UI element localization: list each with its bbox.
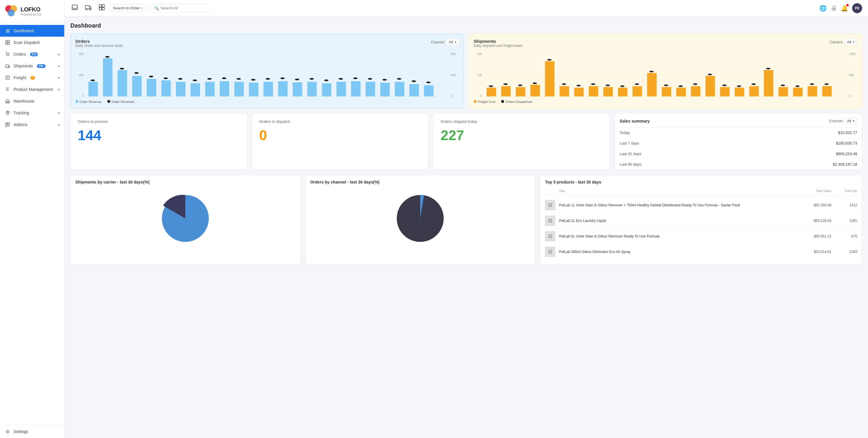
product-sales: $53,014.81 xyxy=(802,250,831,254)
sidebar-item-addons[interactable]: Addons ▾ xyxy=(0,119,64,130)
orders-chart-subtitle: Daily Order and revenue totals xyxy=(75,44,123,48)
sales-channel-label: Channel: xyxy=(829,119,843,123)
svg-point-126 xyxy=(810,83,814,85)
chevron-down-icon: ▾ xyxy=(58,53,60,56)
svg-rect-87 xyxy=(589,86,598,96)
sidebar-item-label: Tracking xyxy=(13,111,29,115)
sales-summary-card: Sales summary Channel: All ▾ Today $15,9… xyxy=(615,113,862,170)
notification-icon[interactable]: 🔔 xyxy=(841,5,848,12)
legend-freight-cost: Freight Cost xyxy=(473,100,495,103)
product-sales: $56,551.12 xyxy=(802,234,831,238)
sales-row-today: Today $15,932.77 xyxy=(615,128,862,138)
sales-channel-value: All xyxy=(847,119,851,123)
svg-point-7 xyxy=(7,55,7,56)
top5-products-card: Top 5 products - last 30 days Title Tota… xyxy=(540,175,862,265)
inbox-icon[interactable] xyxy=(70,3,79,13)
svg-rect-91 xyxy=(647,73,657,96)
sales-summary-header: Sales summary Channel: All ▾ xyxy=(615,114,862,128)
svg-point-104 xyxy=(489,85,493,87)
svg-point-53 xyxy=(91,80,95,81)
col-qty-label: Total Qty xyxy=(834,189,857,193)
svg-point-2 xyxy=(8,9,15,17)
sidebar-item-shipments[interactable]: Shipments 28K ▾ xyxy=(0,60,64,72)
avatar[interactable]: PE xyxy=(852,3,862,13)
addons-icon xyxy=(5,122,10,128)
sales-channel-dropdown[interactable]: All ▾ xyxy=(844,118,857,124)
logo-sub-text: Powered by EIZ xyxy=(21,13,41,16)
sidebar-item-label: Warehouse xyxy=(13,99,34,103)
channel-selector[interactable]: Channel: All ▾ xyxy=(431,39,459,45)
svg-point-58 xyxy=(164,77,168,79)
svg-point-59 xyxy=(178,78,182,80)
carriers-selector[interactable]: Carriers: All ▾ xyxy=(830,39,857,45)
stats-row: Orders to process 144 Orders to dispatch… xyxy=(70,113,862,170)
svg-rect-6 xyxy=(8,43,10,44)
svg-rect-80 xyxy=(487,88,496,96)
sales-channel-selector[interactable]: Channel: All ▾ xyxy=(829,118,857,124)
sales-row-90days: Last 90 days $2,456,197.18 xyxy=(615,159,862,170)
product-thumbnail: 🖼 xyxy=(545,216,555,226)
settings-section[interactable]: ⚙ Settings xyxy=(0,425,64,438)
sidebar-item-warehouse[interactable]: Warehouse xyxy=(0,95,64,107)
search-all-input[interactable] xyxy=(161,6,204,10)
channel-dropdown[interactable]: All ▾ xyxy=(446,39,459,45)
sidebar-item-tracking[interactable]: Tracking ▾ xyxy=(0,107,64,119)
sidebar-item-orders[interactable]: Orders 253 ▾ xyxy=(0,49,64,60)
shipments-badge: 28K xyxy=(37,64,45,68)
svg-point-63 xyxy=(237,78,241,80)
search-all-box[interactable]: 🔍 xyxy=(150,4,208,12)
search-order-dropdown[interactable]: Search in Order ▾ xyxy=(110,4,146,12)
svg-point-106 xyxy=(518,85,522,86)
sidebar-item-scan-dispatch[interactable]: Scan Dispatch xyxy=(0,37,64,49)
main-area: Search in Order ▾ 🔍 🌐 🖨 🔔 PE Dashboard xyxy=(64,0,868,438)
svg-rect-44 xyxy=(307,82,317,96)
sidebar-item-settings[interactable]: ⚙ Settings xyxy=(5,429,60,435)
svg-rect-29 xyxy=(88,82,98,96)
orders-icon xyxy=(5,51,10,57)
svg-point-124 xyxy=(781,85,785,86)
shipments-chart-area xyxy=(483,53,848,98)
sidebar-item-label: Dashboard xyxy=(13,28,34,33)
shipments-pie-chart xyxy=(75,189,296,248)
svg-rect-40 xyxy=(249,83,258,96)
sales-period-7days: Last 7 days xyxy=(620,141,639,146)
warehouse-icon xyxy=(5,98,10,104)
svg-rect-83 xyxy=(530,85,540,96)
orders-badge: 253 xyxy=(30,53,38,56)
sidebar-item-freight[interactable]: Freight 7 ▾ xyxy=(0,72,64,84)
sidebar-item-dashboard[interactable]: ⊞ Dashboard xyxy=(0,25,64,37)
svg-point-71 xyxy=(353,77,358,79)
sidebar-item-label: Product Management xyxy=(13,87,53,92)
svg-point-117 xyxy=(679,85,683,87)
svg-rect-42 xyxy=(278,81,287,96)
svg-point-120 xyxy=(722,85,727,86)
bottom-row: Shipments by carrier - last 30 days(%) O… xyxy=(70,175,862,265)
freight-icon xyxy=(5,75,10,81)
sidebar: LOFKO Powered by EIZ ⊞ Dashboard Scan Di… xyxy=(0,0,64,438)
svg-rect-94 xyxy=(691,86,700,96)
globe-icon[interactable]: 🌐 xyxy=(819,5,827,12)
orders-chart-title: Orders xyxy=(75,39,123,44)
orders-to-process-label: Orders to process xyxy=(78,119,240,124)
carriers-dropdown[interactable]: All ▾ xyxy=(844,39,857,45)
print-icon[interactable]: 🖨 xyxy=(831,5,837,11)
truck-icon[interactable] xyxy=(84,3,93,13)
svg-point-62 xyxy=(222,77,226,79)
svg-rect-46 xyxy=(336,82,346,96)
svg-point-125 xyxy=(795,85,800,87)
svg-point-72 xyxy=(368,78,372,80)
orders-to-dispatch-label: Orders to dispatch xyxy=(259,119,422,124)
scan-dispatch-icon[interactable] xyxy=(97,3,106,13)
sidebar-item-label: Shipments xyxy=(13,64,33,68)
sidebar-item-product-management[interactable]: Product Management ▾ xyxy=(0,84,64,95)
shipments-chart-card: Shipments Daily dispatch and freight tot… xyxy=(469,34,862,108)
carriers-value: All xyxy=(847,40,851,44)
shipments-chart-legend: Freight Cost Orders Dispatched xyxy=(473,100,857,103)
orders-to-process-card: Orders to process 144 xyxy=(70,113,247,170)
svg-point-76 xyxy=(426,82,431,83)
svg-point-14 xyxy=(7,112,8,113)
svg-rect-3 xyxy=(6,40,7,42)
sales-amount-31days: $800,224.48 xyxy=(836,152,857,156)
orders-chart-body: 80k 40k 0 xyxy=(75,53,459,98)
content-area: Dashboard Orders Daily Order and revenue… xyxy=(64,17,868,438)
